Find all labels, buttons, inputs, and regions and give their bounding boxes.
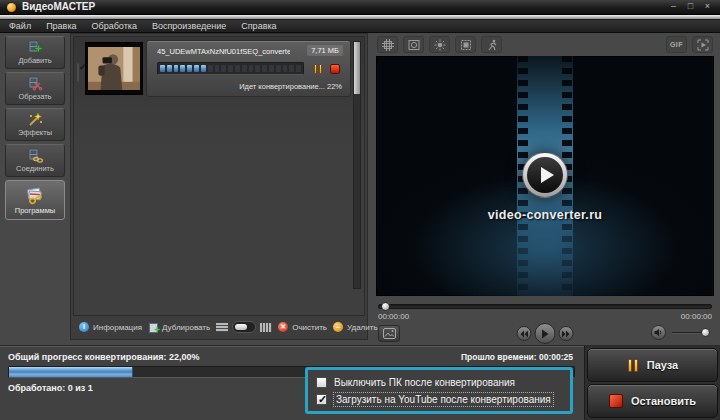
sidebar-item-trim[interactable]: Обрезать xyxy=(5,72,65,105)
view-mode-toggle[interactable] xyxy=(216,321,272,333)
pause-label: Пауза xyxy=(647,359,678,371)
volume-slider[interactable] xyxy=(672,332,710,334)
title-bar: ВидеоМАСТЕР – □ × xyxy=(0,0,720,15)
trim-video-icon xyxy=(27,76,43,91)
crop-icon xyxy=(382,39,394,51)
fullscreen-icon xyxy=(697,39,709,51)
seek-handle[interactable] xyxy=(381,302,390,311)
seek-bar[interactable] xyxy=(378,304,712,309)
shutdown-checkbox[interactable] xyxy=(316,377,327,388)
info-button[interactable]: i Информация xyxy=(79,322,142,332)
sidebar-item-label: Программы xyxy=(15,206,56,215)
duplicate-icon xyxy=(148,322,158,332)
list-toolbar: i Информация Дублировать ✕ Очистить – Уд… xyxy=(73,317,365,337)
join-video-icon xyxy=(27,148,43,163)
mute-button[interactable] xyxy=(651,325,666,340)
file-list: 45_UDEwMTAxNzNfU01fSEQ_converted (1).mp4… xyxy=(73,36,365,316)
sidebar-item-join[interactable]: Соединить xyxy=(5,144,65,177)
list-view-icon xyxy=(216,323,228,332)
sidebar-item-add[interactable]: Добавить xyxy=(5,36,65,69)
app-logo-icon xyxy=(7,3,16,12)
delete-button[interactable]: – Удалить xyxy=(333,322,378,332)
menu-edit[interactable]: Правка xyxy=(46,21,76,31)
sidebar-item-effects[interactable]: Эффекты xyxy=(5,108,65,141)
volume-handle[interactable] xyxy=(701,328,710,337)
view-toggle-switch[interactable] xyxy=(232,321,256,333)
time-row: 00:00:00 00:00:00 xyxy=(378,312,712,321)
processed-count-label: Обработано: 0 из 1 xyxy=(8,383,93,393)
file-pause-button[interactable] xyxy=(311,63,324,75)
minimize-button[interactable]: – xyxy=(667,0,680,13)
status-bar: Общий прогресс конвертирования: 22,00% О… xyxy=(0,345,720,420)
play-overlay-button[interactable] xyxy=(522,152,568,198)
prev-frame-button[interactable] xyxy=(517,326,532,341)
file-row[interactable]: 45_UDEwMTAxNzNfU01fSEQ_converted (1).mp4… xyxy=(146,40,351,97)
shutdown-option[interactable]: Выключить ПК после конвертирования xyxy=(316,374,562,391)
crop-button[interactable] xyxy=(377,36,398,53)
stop-icon xyxy=(609,394,623,408)
vignette-button[interactable] xyxy=(403,36,424,53)
youtube-label: Загрузить на YouTube после конвертирован… xyxy=(334,393,553,406)
overall-progress-fill xyxy=(9,367,133,377)
file-size: 7,71 МБ xyxy=(307,45,343,56)
info-label: Информация xyxy=(93,323,142,332)
sidebar-item-label: Обрезать xyxy=(18,92,51,101)
snapshot-button[interactable] xyxy=(378,325,400,342)
play-small-icon xyxy=(541,329,550,339)
play-icon xyxy=(541,167,554,183)
file-list-panel: 45_UDEwMTAxNzNfU01fSEQ_converted (1).mp4… xyxy=(70,33,368,340)
duplicate-label: Дублировать xyxy=(162,323,210,332)
film-effects-button[interactable] xyxy=(455,36,476,53)
clear-icon: ✕ xyxy=(278,322,288,332)
speaker-icon xyxy=(654,328,663,337)
sidebar-item-programs[interactable]: Программы xyxy=(5,180,65,220)
prev-frame-icon xyxy=(520,330,529,338)
programs-key-icon xyxy=(25,186,45,205)
delete-icon: – xyxy=(333,322,343,332)
player-controls xyxy=(372,323,718,345)
sidebar-item-label: Соединить xyxy=(16,164,54,173)
window-controls: – □ × xyxy=(667,0,714,13)
pause-icon xyxy=(627,359,639,372)
list-scrollbar[interactable] xyxy=(353,41,361,289)
youtube-checkbox[interactable] xyxy=(316,394,327,405)
video-panel: GIF video-converter.ru 00:00:00 00:00:00 xyxy=(372,33,718,345)
next-frame-icon xyxy=(562,330,571,338)
close-button[interactable]: × xyxy=(701,0,714,13)
speed-button[interactable] xyxy=(481,36,502,53)
brightness-icon xyxy=(434,39,446,51)
menu-processing[interactable]: Обработка xyxy=(92,21,137,31)
menu-help[interactable]: Справка xyxy=(241,21,276,31)
action-buttons: Пауза Остановить xyxy=(584,346,720,420)
list-scrollbar-thumb[interactable] xyxy=(354,42,360,94)
file-thumbnail xyxy=(85,42,143,95)
gif-button[interactable]: GIF xyxy=(666,36,687,53)
clear-label: Очистить xyxy=(292,323,327,332)
menu-playback[interactable]: Воспроизведение xyxy=(152,21,226,31)
shutdown-label: Выключить ПК после конвертирования xyxy=(334,377,515,388)
file-stop-button[interactable] xyxy=(328,63,341,75)
maximize-button[interactable]: □ xyxy=(684,0,697,13)
pause-button[interactable]: Пауза xyxy=(587,348,718,382)
brightness-button[interactable] xyxy=(429,36,450,53)
file-name: 45_UDEwMTAxNzNfU01fSEQ_converted (1).mp4 xyxy=(157,47,290,56)
sidebar: Добавить Обрезать Эффекты Соединить Прог… xyxy=(2,36,68,223)
time-elapsed: 00:00:00 xyxy=(378,312,409,321)
running-man-icon xyxy=(486,39,498,51)
add-video-icon xyxy=(27,40,43,55)
vignette-icon xyxy=(408,39,420,51)
menu-file[interactable]: Файл xyxy=(9,21,31,31)
youtube-option[interactable]: Загрузить на YouTube после конвертирован… xyxy=(316,391,562,408)
fullscreen-button[interactable] xyxy=(692,36,713,53)
duplicate-button[interactable]: Дублировать xyxy=(148,322,210,332)
file-checkbox[interactable] xyxy=(77,63,79,82)
sidebar-item-label: Добавить xyxy=(18,56,51,65)
window-title: ВидеоМАСТЕР xyxy=(22,1,95,12)
next-frame-button[interactable] xyxy=(559,326,574,341)
play-button[interactable] xyxy=(535,323,556,344)
effects-wand-icon xyxy=(27,112,43,127)
stop-button[interactable]: Остановить xyxy=(587,384,718,418)
clear-button[interactable]: ✕ Очистить xyxy=(278,322,327,332)
info-icon: i xyxy=(79,322,89,332)
sidebar-item-label: Эффекты xyxy=(18,128,52,137)
